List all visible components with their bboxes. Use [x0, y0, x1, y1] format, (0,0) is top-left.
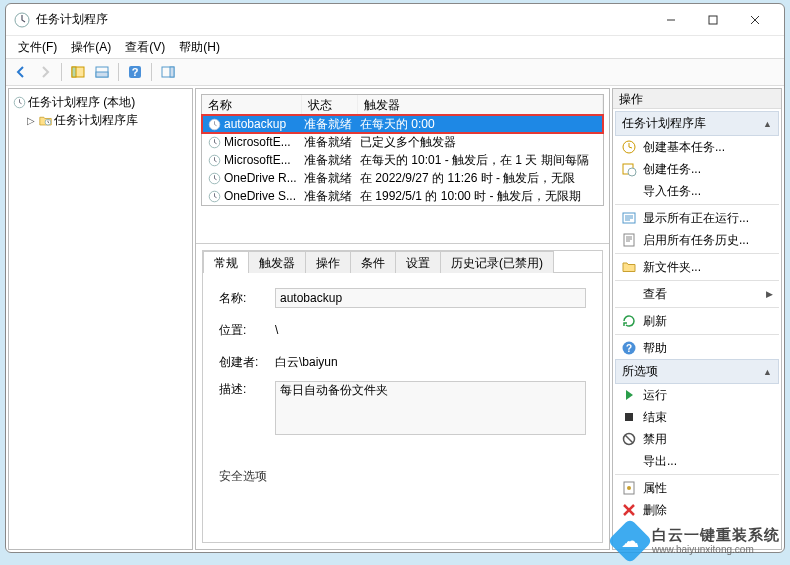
minimize-button[interactable] — [650, 6, 692, 34]
tab-conditions[interactable]: 条件 — [350, 251, 396, 273]
task-trigger: 已定义多个触发器 — [356, 134, 601, 151]
menu-view[interactable]: 查看(V) — [119, 37, 171, 58]
detail-tabs: 常规 触发器 操作 条件 设置 历史记录(已禁用) 名称: 位置: — [202, 250, 603, 543]
svg-point-27 — [627, 486, 631, 490]
close-button[interactable] — [734, 6, 776, 34]
preview-button[interactable] — [91, 61, 113, 83]
collapse-icon: ▲ — [763, 119, 772, 129]
value-location: \ — [275, 323, 586, 337]
tree-panel: 任务计划程序 (本地) ▷ 任务计划程序库 — [8, 88, 193, 550]
task-name: MicrosoftE... — [224, 153, 291, 167]
watermark: ☁ 白云一键重装系统 www.baiyunxitong.com — [614, 525, 780, 557]
action-view[interactable]: 查看▶ — [615, 283, 779, 305]
svg-text:?: ? — [626, 343, 632, 354]
export-icon — [621, 453, 637, 469]
app-icon — [14, 12, 30, 28]
nav-tree: 任务计划程序 (本地) ▷ 任务计划程序库 — [9, 89, 192, 133]
blank-icon — [621, 286, 637, 302]
actions-panel-title: 操作 — [613, 89, 781, 109]
table-row[interactable]: MicrosoftE... 准备就绪 在每天的 10:01 - 触发后，在 1 … — [202, 151, 603, 169]
action-new-folder[interactable]: 新文件夹... — [615, 256, 779, 278]
help-button[interactable]: ? — [124, 61, 146, 83]
table-row[interactable]: MicrosoftE... 准备就绪 已定义多个触发器 — [202, 133, 603, 151]
action-refresh[interactable]: 刷新 — [615, 310, 779, 332]
help-icon: ? — [621, 340, 637, 356]
action-disable[interactable]: 禁用 — [615, 428, 779, 450]
menu-file[interactable]: 文件(F) — [12, 37, 63, 58]
table-body: autobackup 准备就绪 在每天的 0:00 MicrosoftE... … — [202, 115, 603, 205]
label-desc: 描述: — [219, 381, 275, 398]
separator — [615, 334, 779, 335]
clock-icon — [208, 190, 221, 203]
tab-general[interactable]: 常规 — [203, 251, 249, 273]
separator — [615, 204, 779, 205]
task-icon — [621, 161, 637, 177]
history-icon — [621, 232, 637, 248]
th-status[interactable]: 状态 — [302, 95, 358, 114]
action-export[interactable]: 导出... — [615, 450, 779, 472]
detail-area: 常规 触发器 操作 条件 设置 历史记录(已禁用) 名称: 位置: — [196, 244, 609, 549]
tab-triggers[interactable]: 触发器 — [248, 251, 306, 273]
clock-icon — [208, 172, 221, 185]
table-row[interactable]: OneDrive R... 准备就绪 在 2022/9/27 的 11:26 时… — [202, 169, 603, 187]
actions-group-selected[interactable]: 所选项 ▲ — [615, 359, 779, 384]
th-name[interactable]: 名称 — [202, 95, 302, 114]
action-run[interactable]: 运行 — [615, 384, 779, 406]
expand-icon[interactable]: ▷ — [25, 115, 37, 126]
clock-icon — [208, 154, 221, 167]
tab-history[interactable]: 历史记录(已禁用) — [440, 251, 554, 273]
menu-action[interactable]: 操作(A) — [65, 37, 117, 58]
clock-icon — [208, 136, 221, 149]
action-end[interactable]: 结束 — [615, 406, 779, 428]
table-row[interactable]: autobackup 准备就绪 在每天的 0:00 — [202, 115, 603, 133]
tab-actions[interactable]: 操作 — [305, 251, 351, 273]
value-author: 白云\baiyun — [275, 354, 586, 371]
tree-root[interactable]: 任务计划程序 (本地) — [11, 93, 190, 111]
action-delete[interactable]: 删除 — [615, 499, 779, 521]
svg-rect-3 — [72, 67, 76, 77]
svg-point-19 — [628, 168, 636, 176]
watermark-url: www.baiyunxitong.com — [652, 544, 780, 555]
group-header-label: 任务计划程序库 — [622, 115, 706, 132]
action-enable-history[interactable]: 启用所有任务历史... — [615, 229, 779, 251]
action-create-basic-task[interactable]: 创建基本任务... — [615, 136, 779, 158]
tree-library[interactable]: ▷ 任务计划程序库 — [11, 111, 190, 129]
table-row[interactable]: OneDrive S... 准备就绪 在 1992/5/1 的 10:00 时 … — [202, 187, 603, 205]
label-location: 位置: — [219, 322, 275, 339]
svg-rect-9 — [170, 67, 174, 77]
task-status: 准备就绪 — [300, 116, 356, 133]
play-icon — [621, 387, 637, 403]
show-tree-button[interactable] — [67, 61, 89, 83]
action-pane-button[interactable] — [157, 61, 179, 83]
actions-group-library[interactable]: 任务计划程序库 ▲ — [615, 111, 779, 136]
input-desc[interactable] — [275, 381, 586, 435]
tree-library-label: 任务计划程序库 — [54, 112, 138, 129]
action-import-task[interactable]: 导入任务... — [615, 180, 779, 202]
back-button[interactable] — [10, 61, 32, 83]
task-status: 准备就绪 — [300, 170, 356, 187]
label-name: 名称: — [219, 290, 275, 307]
task-status: 准备就绪 — [300, 152, 356, 169]
task-list-area: 名称 状态 触发器 autobackup 准备就绪 在每天的 0:00 Micr… — [196, 89, 609, 244]
svg-rect-1 — [709, 16, 717, 24]
task-name: autobackup — [224, 117, 286, 131]
action-help[interactable]: ?帮助 — [615, 337, 779, 359]
watermark-logo: ☁ — [607, 518, 652, 563]
window-title: 任务计划程序 — [36, 11, 650, 28]
action-show-running[interactable]: 显示所有正在运行... — [615, 207, 779, 229]
running-icon — [621, 210, 637, 226]
th-trigger[interactable]: 触发器 — [358, 95, 603, 114]
input-name[interactable] — [275, 288, 586, 308]
task-status: 准备就绪 — [300, 188, 356, 205]
chevron-right-icon: ▶ — [766, 289, 773, 299]
svg-rect-24 — [625, 413, 633, 421]
task-scheduler-window: 任务计划程序 文件(F) 操作(A) 查看(V) 帮助(H) ? 任务计划程序 … — [5, 3, 785, 553]
action-create-task[interactable]: 创建任务... — [615, 158, 779, 180]
task-table: 名称 状态 触发器 autobackup 准备就绪 在每天的 0:00 Micr… — [201, 94, 604, 206]
menu-help[interactable]: 帮助(H) — [173, 37, 226, 58]
delete-icon — [621, 502, 637, 518]
toolbar-separator — [151, 63, 152, 81]
tab-settings[interactable]: 设置 — [395, 251, 441, 273]
maximize-button[interactable] — [692, 6, 734, 34]
action-properties[interactable]: 属性 — [615, 477, 779, 499]
